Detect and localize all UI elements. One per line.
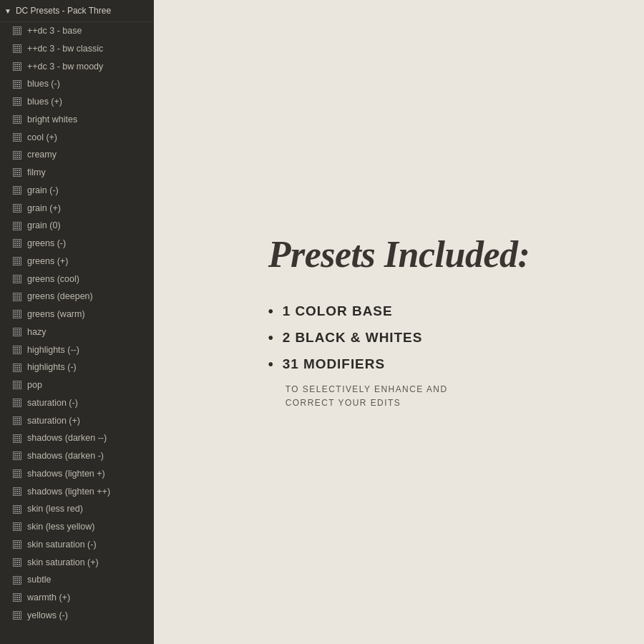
- preset-item[interactable]: grain (+): [0, 200, 154, 218]
- preset-grid-icon: [11, 79, 23, 90]
- preset-grid-icon: [11, 326, 23, 338]
- preset-grid-icon: [11, 450, 23, 462]
- preset-item[interactable]: shadows (darken -): [0, 447, 154, 465]
- preset-label: bright whites: [27, 113, 77, 127]
- preset-label: greens (cool): [27, 273, 79, 286]
- preset-label: greens (deepen): [27, 290, 93, 303]
- preset-item[interactable]: greens (deepen): [0, 288, 154, 306]
- content-box: Presets Included: 1 COLOR BASE 2 BLACK &…: [225, 205, 573, 439]
- preset-label: subtle: [27, 573, 51, 587]
- preset-item[interactable]: ++dc 3 - bw moody: [0, 58, 154, 76]
- preset-item[interactable]: creamy: [0, 146, 154, 164]
- chevron-down-icon: ▼: [4, 7, 11, 15]
- preset-item[interactable]: yellows (-): [0, 607, 154, 625]
- preset-item[interactable]: ++dc 3 - base: [0, 22, 154, 40]
- preset-grid-icon: [11, 521, 23, 532]
- preset-item[interactable]: bright whites: [0, 111, 154, 129]
- preset-label: cool (+): [27, 131, 57, 145]
- preset-grid-icon: [11, 61, 23, 72]
- preset-label: skin saturation (-): [27, 538, 97, 552]
- preset-label: filmy: [27, 166, 46, 180]
- preset-label: shadows (lighten +): [27, 467, 105, 481]
- preset-label: blues (+): [27, 95, 62, 109]
- preset-item[interactable]: greens (-): [0, 235, 154, 253]
- preset-label: grain (-): [27, 184, 59, 197]
- preset-grid-icon: [11, 114, 23, 125]
- preset-grid-icon: [11, 96, 23, 107]
- preset-grid-icon: [11, 43, 23, 54]
- preset-label: ++dc 3 - bw moody: [27, 60, 103, 74]
- sidebar-header[interactable]: ▼ DC Presets - Pack Three: [0, 0, 154, 22]
- preset-grid-icon: [11, 504, 23, 515]
- preset-label: grain (+): [27, 202, 61, 215]
- preset-grid-icon: [11, 344, 23, 356]
- preset-grid-icon: [11, 238, 23, 249]
- preset-label: grain (0): [27, 219, 61, 233]
- preset-label: skin saturation (+): [27, 556, 99, 570]
- preset-label: saturation (+): [27, 414, 80, 428]
- preset-item[interactable]: highlights (-): [0, 358, 154, 376]
- bullet-list: 1 COLOR BASE 2 BLACK & WHITES 31 MODIFIE…: [268, 303, 530, 373]
- preset-item[interactable]: subtle: [0, 571, 154, 589]
- bullet-item-1: 1 COLOR BASE: [268, 303, 530, 320]
- bullet-item-3: 31 MODIFIERS: [268, 356, 530, 373]
- preset-item[interactable]: skin saturation (+): [0, 554, 154, 572]
- preset-item[interactable]: shadows (darken --): [0, 429, 154, 447]
- subtitle-text: TO SELECTIVELY ENHANCE ANDCORRECT YOUR E…: [286, 383, 530, 410]
- preset-item[interactable]: shadows (lighten ++): [0, 483, 154, 501]
- preset-grid-icon: [11, 273, 23, 285]
- preset-item[interactable]: hazy: [0, 323, 154, 341]
- preset-item[interactable]: blues (-): [0, 75, 154, 93]
- preset-grid-icon: [11, 557, 23, 568]
- preset-label: greens (+): [27, 255, 68, 268]
- preset-grid-icon: [11, 592, 23, 603]
- preset-label: yellows (-): [27, 609, 68, 623]
- preset-item[interactable]: blues (+): [0, 93, 154, 111]
- preset-grid-icon: [11, 150, 23, 161]
- preset-grid-icon: [11, 308, 23, 320]
- preset-grid-icon: [11, 575, 23, 586]
- preset-label: greens (-): [27, 237, 66, 250]
- preset-label: hazy: [27, 326, 46, 339]
- preset-grid-icon: [11, 185, 23, 196]
- preset-label: warmth (+): [27, 591, 70, 605]
- preset-grid-icon: [11, 415, 23, 426]
- preset-label: blues (-): [27, 77, 60, 91]
- preset-label: shadows (darken -): [27, 449, 104, 463]
- preset-item[interactable]: shadows (lighten +): [0, 465, 154, 483]
- preset-label: highlights (-): [27, 361, 77, 374]
- preset-item[interactable]: greens (+): [0, 253, 154, 270]
- preset-label: ++dc 3 - bw classic: [27, 42, 103, 56]
- preset-item[interactable]: cool (+): [0, 129, 154, 147]
- preset-grid-icon: [11, 468, 23, 479]
- preset-label: shadows (lighten ++): [27, 485, 110, 499]
- preset-grid-icon: [11, 291, 23, 303]
- preset-item[interactable]: highlights (--): [0, 341, 154, 359]
- preset-item[interactable]: skin (less yellow): [0, 518, 154, 536]
- preset-item[interactable]: ++dc 3 - bw classic: [0, 40, 154, 58]
- preset-label: saturation (-): [27, 396, 78, 410]
- preset-item[interactable]: saturation (+): [0, 412, 154, 430]
- preset-item[interactable]: warmth (+): [0, 589, 154, 607]
- preset-item[interactable]: pop: [0, 376, 154, 394]
- preset-item[interactable]: skin (less red): [0, 500, 154, 518]
- main-heading: Presets Included:: [268, 234, 530, 275]
- preset-grid-icon: [11, 610, 23, 621]
- preset-item[interactable]: skin saturation (-): [0, 536, 154, 554]
- preset-item[interactable]: saturation (-): [0, 394, 154, 412]
- preset-item[interactable]: greens (warm): [0, 306, 154, 323]
- preset-label: skin (less yellow): [27, 520, 94, 534]
- preset-grid-icon: [11, 167, 23, 178]
- preset-grid-icon: [11, 132, 23, 143]
- preset-item[interactable]: filmy: [0, 164, 154, 182]
- preset-item[interactable]: greens (cool): [0, 270, 154, 288]
- preset-label: ++dc 3 - base: [27, 24, 82, 38]
- sidebar: ▼ DC Presets - Pack Three ++dc 3 - base+…: [0, 0, 154, 644]
- preset-grid-icon: [11, 539, 23, 550]
- preset-grid-icon: [11, 486, 23, 497]
- preset-label: skin (less red): [27, 502, 83, 516]
- preset-grid-icon: [11, 379, 23, 391]
- preset-item[interactable]: grain (0): [0, 217, 154, 235]
- preset-item[interactable]: grain (-): [0, 182, 154, 200]
- main-content: Presets Included: 1 COLOR BASE 2 BLACK &…: [154, 0, 644, 644]
